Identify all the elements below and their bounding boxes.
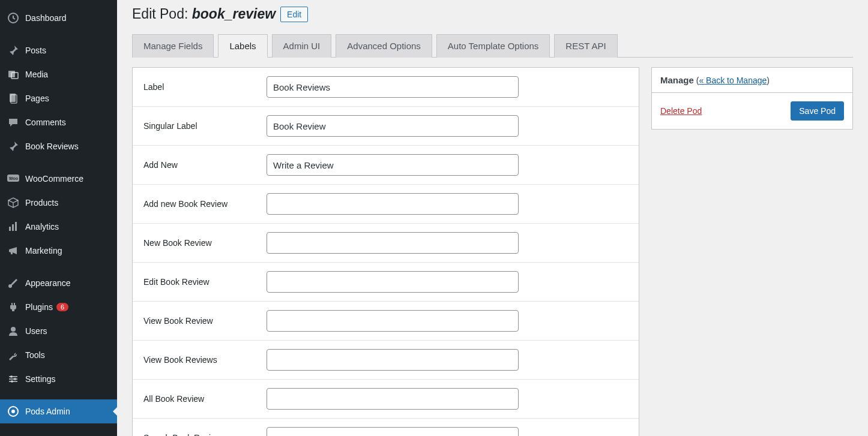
chart-icon [7, 221, 19, 233]
manage-panel: Manage (« Back to Manage) Delete Pod Sav… [651, 67, 853, 130]
form-row: New Book Review [133, 224, 639, 263]
svg-text:Woo: Woo [9, 176, 18, 181]
sidebar-label: Pods Admin [25, 407, 70, 416]
sidebar-label: Posts [25, 46, 46, 55]
field-label: Edit Book Review [143, 277, 267, 287]
sidebar-label: Pages [25, 94, 49, 103]
plugin-count-badge: 6 [56, 303, 68, 311]
field-label: New Book Review [143, 238, 267, 248]
field-label: Add New [143, 160, 267, 170]
sidebar-label: Comments [25, 118, 66, 127]
sidebar-label: Marketing [25, 246, 62, 255]
svg-rect-7 [9, 227, 11, 231]
sidebar-item-products[interactable]: Products [0, 191, 117, 215]
tab-auto-template-options[interactable]: Auto Template Options [436, 34, 550, 58]
add-new-item-input[interactable] [267, 193, 519, 215]
svg-point-17 [11, 380, 13, 383]
new-item-input[interactable] [267, 232, 519, 254]
add-new-input[interactable] [267, 154, 519, 176]
save-pod-button[interactable]: Save Pod [791, 101, 844, 121]
label-input[interactable] [267, 76, 519, 98]
dashboard-icon [7, 12, 19, 24]
sidebar-label: Book Reviews [25, 142, 79, 151]
sidebar-item-appearance[interactable]: Appearance [0, 271, 117, 295]
form-row: Label [133, 68, 639, 107]
singular-label-input[interactable] [267, 115, 519, 137]
svg-rect-8 [12, 224, 14, 231]
settings-icon [7, 373, 19, 385]
sidebar-item-posts[interactable]: Posts [0, 38, 117, 62]
tab-advanced-options[interactable]: Advanced Options [336, 34, 432, 58]
form-row: Edit Book Review [133, 263, 639, 302]
svg-point-15 [10, 375, 13, 378]
sidebar-item-media[interactable]: Media [0, 62, 117, 86]
pod-name: book_review [192, 6, 276, 22]
tab-rest-api[interactable]: REST API [554, 34, 617, 58]
sidebar-label: Settings [25, 374, 56, 384]
sidebar-label: Products [25, 198, 58, 208]
form-row: Add new Book Review [133, 185, 639, 224]
all-items-input[interactable] [267, 388, 519, 410]
svg-rect-9 [15, 222, 17, 231]
form-row: View Book Review [133, 302, 639, 341]
sidebar-item-pods-admin[interactable]: Pods Admin [0, 399, 117, 423]
title-prefix: Edit Pod: [132, 6, 192, 22]
delete-pod-link[interactable]: Delete Pod [660, 106, 702, 116]
svg-point-16 [14, 378, 16, 380]
field-label: Label [143, 82, 267, 92]
sidebar-item-woocommerce[interactable]: Woo WooCommerce [0, 167, 117, 191]
sidebar-item-pages[interactable]: Pages [0, 86, 117, 110]
brush-icon [7, 277, 19, 289]
sidebar-item-analytics[interactable]: Analytics [0, 215, 117, 239]
sidebar-label: Appearance [25, 278, 71, 288]
sidebar-item-book-reviews[interactable]: Book Reviews [0, 134, 117, 158]
back-to-manage-link[interactable]: « Back to Manage [699, 76, 767, 85]
pin-icon [7, 140, 19, 152]
sidebar-item-marketing[interactable]: Marketing [0, 239, 117, 263]
woo-icon: Woo [7, 173, 19, 185]
comment-icon [7, 116, 19, 128]
manage-body: Delete Pod Save Pod [652, 93, 852, 129]
field-label: View Book Review [143, 316, 267, 326]
field-label: Add new Book Review [143, 199, 267, 209]
svg-point-10 [8, 284, 12, 288]
sidebar-label: Media [25, 70, 48, 79]
view-item-input[interactable] [267, 310, 519, 332]
form-row: View Book Reviews [133, 341, 639, 380]
wrench-icon [7, 349, 19, 361]
sidebar-label: Analytics [25, 222, 59, 231]
manage-title: Manage [660, 75, 694, 85]
user-icon [7, 325, 19, 337]
pods-icon [7, 405, 19, 417]
main-content: Edit Pod: book_review Edit Manage Fields… [117, 0, 868, 436]
page-title: Edit Pod: book_review [132, 6, 276, 22]
media-icon [7, 68, 19, 80]
field-label: All Book Review [143, 394, 267, 404]
tab-admin-ui[interactable]: Admin UI [272, 34, 332, 58]
plug-icon [7, 301, 19, 313]
sidebar-item-comments[interactable]: Comments [0, 110, 117, 134]
tab-labels[interactable]: Labels [218, 34, 267, 58]
page-title-row: Edit Pod: book_review Edit [132, 6, 853, 22]
sidebar-item-plugins[interactable]: Plugins 6 [0, 295, 117, 319]
view-items-input[interactable] [267, 349, 519, 371]
sidebar-item-settings[interactable]: Settings [0, 367, 117, 391]
edit-pod-button[interactable]: Edit [280, 7, 308, 22]
sidebar-item-users[interactable]: Users [0, 319, 117, 343]
sidebar-label: Plugins [25, 302, 53, 312]
sidebar-label: Tools [25, 350, 45, 360]
sidebar-item-tools[interactable]: Tools [0, 343, 117, 367]
tab-manage-fields[interactable]: Manage Fields [132, 34, 214, 58]
edit-item-input[interactable] [267, 271, 519, 293]
admin-sidebar: Dashboard Posts Media Pages Comments Boo… [0, 0, 117, 436]
form-row: Singular Label [133, 107, 639, 146]
sidebar-label: WooCommerce [25, 174, 83, 184]
labels-form: Label Singular Label Add New Add new Boo… [132, 67, 639, 436]
pages-icon [7, 92, 19, 104]
svg-point-19 [11, 410, 15, 413]
search-items-input[interactable] [267, 427, 519, 436]
manage-header: Manage (« Back to Manage) [652, 68, 852, 93]
sidebar-label: Dashboard [25, 13, 67, 23]
sidebar-item-dashboard[interactable]: Dashboard [0, 6, 117, 30]
form-row: All Book Review [133, 380, 639, 419]
